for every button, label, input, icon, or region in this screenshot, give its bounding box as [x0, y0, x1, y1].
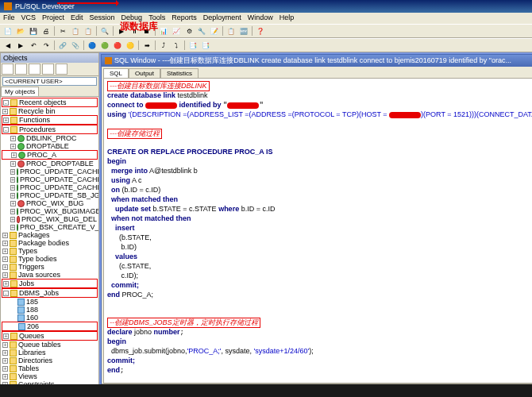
expand-icon[interactable]: + [2, 109, 8, 114]
filter-button[interactable] [2, 64, 13, 75]
menu-vcs[interactable]: VCS [21, 13, 37, 23]
filter-button[interactable] [15, 64, 27, 75]
tree-item[interactable]: +PROC_WIX_BUG [2, 199, 98, 207]
sql-tab-output[interactable]: Output [129, 68, 160, 78]
toolbar-button[interactable]: ✂ [57, 25, 68, 37]
tree-item[interactable]: +PROC_A [2, 150, 98, 160]
toolbar-button[interactable]: 📈 [171, 25, 182, 37]
collapse-icon[interactable]: - [3, 100, 9, 106]
tree-item[interactable]: 188 [2, 306, 98, 314]
menu-project[interactable]: Project [42, 13, 64, 23]
toolbar-button[interactable]: 📊 [158, 25, 169, 37]
expand-icon[interactable]: + [2, 249, 8, 254]
menu-file[interactable]: File [3, 13, 15, 23]
expand-icon[interactable]: + [2, 264, 8, 270]
toolbar-button[interactable]: ➡ [141, 40, 152, 51]
menu-edit[interactable]: Edit [71, 13, 83, 23]
expand-icon[interactable]: + [2, 374, 8, 380]
expand-icon[interactable]: + [10, 185, 15, 191]
expand-icon[interactable]: + [3, 333, 9, 339]
toolbar-button[interactable]: 📑 [200, 40, 211, 51]
toolbar-button[interactable]: 🔧 [196, 25, 207, 37]
tree-item[interactable]: +Functions [2, 115, 98, 125]
tree-item[interactable]: +Libraries [2, 349, 98, 357]
menu-session[interactable]: Session [90, 13, 115, 23]
tree-item[interactable]: +Types [2, 247, 98, 255]
expand-icon[interactable]: + [10, 177, 15, 183]
menu-reports[interactable]: Reports [172, 13, 197, 23]
expand-icon[interactable]: + [10, 209, 15, 214]
toolbar-button[interactable]: ↶ [28, 40, 39, 51]
tree-item[interactable]: +Triggers [2, 263, 98, 271]
toolbar-button[interactable]: 📋 [70, 25, 81, 37]
expand-icon[interactable]: + [2, 358, 8, 364]
object-tree[interactable]: -Recent objects+Recycle bin+Functions-Pr… [1, 97, 98, 396]
tree-item[interactable]: +PROC_UPDATE_CACHE_ [2, 175, 98, 183]
expand-icon[interactable]: + [10, 193, 15, 198]
tree-item[interactable]: 185 [2, 298, 98, 306]
sql-window-titlebar[interactable]: SQL Window - ---创建目标数据库连接DBLINK create d… [102, 55, 532, 67]
toolbar-button[interactable]: 🟡 [125, 40, 136, 51]
tree-item[interactable]: +Package bodies [2, 239, 98, 247]
collapse-icon[interactable]: - [3, 291, 9, 296]
current-user-dropdown[interactable]: <CURRENT USER> [2, 77, 97, 86]
toolbar-button[interactable]: 📂 [15, 25, 26, 37]
toolbar-button[interactable]: 🔗 [57, 40, 68, 51]
toolbar-button[interactable]: 🔍 [99, 25, 110, 37]
tree-item[interactable]: +Java sources [2, 271, 98, 279]
tab-my-objects[interactable]: My objects [1, 87, 39, 96]
tree-item[interactable]: +Recycle bin [2, 107, 98, 115]
toolbar-button[interactable]: 🔴 [112, 40, 123, 51]
sql-tab-statistics[interactable]: Statistics [160, 68, 199, 78]
tree-item[interactable]: 160 [2, 314, 98, 322]
menu-deployment[interactable]: Deployment [203, 13, 241, 23]
toolbar-button[interactable]: ⚙ [183, 25, 195, 37]
sql-tab-sql[interactable]: SQL [103, 68, 129, 78]
windows-taskbar[interactable] [0, 384, 532, 397]
tree-item[interactable]: 206 [2, 322, 98, 331]
sql-code-editor[interactable]: ---创建目标数据库连接DBLINK create database link … [103, 78, 532, 384]
tree-item[interactable]: +PROC_UPDATE_CACHE_ [2, 168, 98, 175]
tree-item[interactable]: +Queues [2, 331, 98, 341]
toolbar-button[interactable]: 📋 [226, 25, 237, 37]
tree-item[interactable]: -Recent objects [2, 98, 98, 107]
expand-icon[interactable]: + [10, 161, 16, 167]
toolbar-button[interactable]: 📎 [70, 40, 81, 51]
expand-icon[interactable]: + [11, 152, 17, 158]
tree-item[interactable]: +PROC_UPDATE_CACHE_ [2, 183, 98, 191]
toolbar-button[interactable]: ◀ [2, 40, 13, 51]
toolbar-button[interactable]: 🔵 [87, 40, 98, 51]
expand-icon[interactable]: + [10, 144, 16, 149]
collapse-icon[interactable]: - [3, 127, 9, 133]
toolbar-button[interactable]: ↷ [40, 40, 52, 51]
expand-icon[interactable]: + [3, 281, 9, 287]
toolbar-button[interactable]: 📄 [2, 25, 13, 37]
toolbar-button[interactable]: 💾 [28, 25, 39, 37]
tree-item[interactable]: +PROC_UPDATE_SB_JGD [2, 191, 98, 199]
tree-item[interactable]: -Procedures [2, 125, 98, 134]
tree-item[interactable]: +Type bodies [2, 255, 98, 263]
tree-item[interactable]: -DBMS_Jobs [2, 288, 98, 298]
tree-item[interactable]: +Directories [2, 357, 98, 364]
tree-item[interactable]: +Views [2, 372, 98, 380]
tree-item[interactable]: +PROC_WIX_BUG_DEL [2, 215, 98, 223]
tree-item[interactable]: +PRO_BSK_CREATE_V_YXK [2, 223, 98, 231]
expand-icon[interactable]: + [10, 217, 15, 222]
toolbar-button[interactable]: 🆕 [238, 25, 249, 37]
toolbar-button[interactable]: ⤴ [158, 40, 169, 51]
expand-icon[interactable]: + [2, 350, 8, 356]
tree-item[interactable]: +Queue tables [2, 341, 98, 349]
toolbar-button[interactable]: ❓ [255, 25, 266, 37]
expand-icon[interactable]: + [2, 233, 8, 238]
toolbar-button[interactable]: 📋 [83, 25, 94, 37]
menu-help[interactable]: Help [279, 13, 295, 23]
expand-icon[interactable]: + [10, 169, 15, 175]
expand-icon[interactable]: + [10, 136, 16, 141]
expand-icon[interactable]: + [2, 256, 8, 262]
menu-window[interactable]: Window [248, 13, 273, 23]
expand-icon[interactable]: + [2, 241, 8, 246]
toolbar-button[interactable]: ⤵ [171, 40, 182, 51]
toolbar-button[interactable]: 📝 [209, 25, 220, 37]
tree-item[interactable]: +DROPTABLE [2, 142, 98, 150]
filter-button[interactable] [42, 64, 54, 75]
